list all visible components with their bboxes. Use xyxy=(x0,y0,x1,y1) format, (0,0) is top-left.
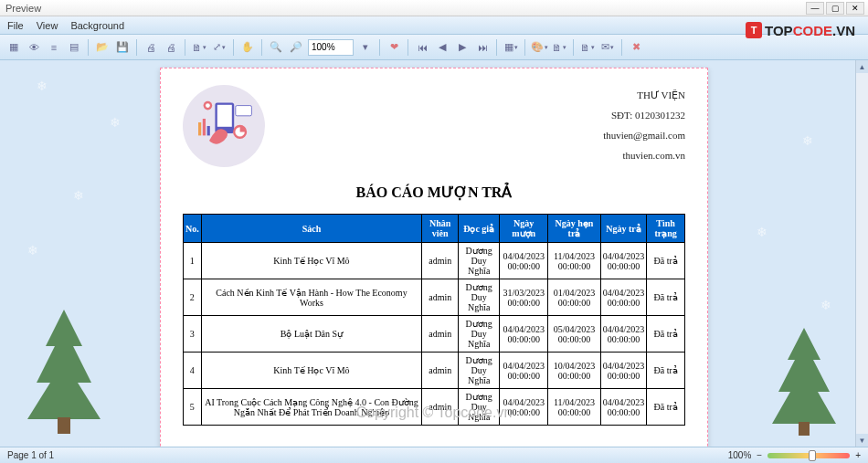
cell-reader: Dương DuyNghĩa xyxy=(459,279,500,316)
cell-due: 01/04/202300:00:00 xyxy=(548,279,600,316)
cell-return: 04/04/202300:00:00 xyxy=(600,243,647,279)
close-preview-icon[interactable]: ✖ xyxy=(628,39,644,56)
quick-print-icon[interactable]: 🖨 xyxy=(163,39,179,56)
minimize-button[interactable]: — xyxy=(806,2,824,15)
menu-background[interactable]: Background xyxy=(70,20,124,31)
vertical-scrollbar[interactable]: ▲ ▼ xyxy=(855,60,868,447)
cell-reader: Dương DuyNghĩa xyxy=(459,353,500,389)
last-page-icon[interactable]: ⏭ xyxy=(474,39,491,56)
export-doc-icon[interactable]: 🗎 xyxy=(579,39,596,56)
cell-borrow: 04/04/202300:00:00 xyxy=(500,316,548,353)
page-indicator: Page 1 of 1 xyxy=(7,450,54,460)
cell-borrow: 04/04/202300:00:00 xyxy=(500,243,548,279)
table-row: 1Kinh Tế Học Vĩ MôadminDương DuyNghĩa04/… xyxy=(184,243,685,279)
zoom-value: 100% xyxy=(728,450,752,460)
page-setup-icon[interactable]: 🗎 xyxy=(191,39,207,56)
color-icon[interactable]: 🎨 xyxy=(531,39,547,56)
zoom-thumb[interactable] xyxy=(809,450,816,461)
workspace: ❄ ❄ ❄ ❄ ❄ ❄ ❄ xyxy=(0,60,868,447)
thumbnails-icon[interactable]: ▤ xyxy=(66,39,82,56)
cell-due: 10/04/202300:00:00 xyxy=(548,353,600,389)
zoom-slider[interactable] xyxy=(767,453,850,458)
shield-icon: T xyxy=(746,22,762,38)
report-title: BÁO CÁO MƯỢN TRẢ xyxy=(183,184,685,201)
cell-return: 04/04/202300:00:00 xyxy=(600,279,647,316)
cell-status: Đã trả xyxy=(647,353,685,389)
col-staff: Nhân viên xyxy=(422,215,459,243)
statusbar: Page 1 of 1 100% − + xyxy=(0,447,868,463)
hand-tool-icon[interactable]: ✋ xyxy=(239,39,256,56)
cell-return: 04/04/202300:00:00 xyxy=(600,389,647,426)
zoom-dropdown-icon[interactable]: ▾ xyxy=(357,39,374,56)
col-borrow: Ngày mượn xyxy=(500,215,548,243)
zoom-input[interactable]: 100% xyxy=(308,39,354,56)
org-email: thuvien@gmail.com xyxy=(603,125,685,145)
cell-due: 05/04/202300:00:00 xyxy=(548,316,600,353)
report-logo xyxy=(183,85,265,167)
zoom-plus-icon[interactable]: + xyxy=(855,450,861,460)
svg-rect-3 xyxy=(217,105,232,127)
zoom-minus-icon[interactable]: − xyxy=(757,450,762,460)
svg-point-10 xyxy=(206,103,210,108)
cell-reader: Dương DuyNghĩa xyxy=(459,389,500,426)
multipage-icon[interactable]: ▦ xyxy=(503,39,519,56)
tree-left-icon xyxy=(9,300,119,437)
export-mail-icon[interactable]: ✉ xyxy=(599,39,616,56)
tree-right-icon xyxy=(758,319,850,437)
next-page-icon[interactable]: ▶ xyxy=(454,39,471,56)
org-website: thuvien.com.vn xyxy=(603,145,685,165)
col-return: Ngày trả xyxy=(600,215,647,243)
prev-page-icon[interactable]: ◀ xyxy=(434,39,450,56)
col-book: Sách xyxy=(201,215,421,243)
svg-rect-8 xyxy=(236,106,252,116)
cell-reader: Dương DuyNghĩa xyxy=(459,243,500,279)
menu-view[interactable]: View xyxy=(37,20,58,31)
table-row: 4Kinh Tế Học Vĩ MôadminDương DuyNghĩa04/… xyxy=(184,353,685,389)
save-icon[interactable]: 💾 xyxy=(114,39,131,56)
col-reader: Đọc giả xyxy=(459,215,500,243)
cell-book: Cách Nền Kinh Tế Vận Hành - How The Econ… xyxy=(201,279,421,316)
svg-rect-4 xyxy=(198,122,201,135)
cell-no: 1 xyxy=(184,243,202,279)
cell-reader: Dương DuyNghĩa xyxy=(459,316,500,353)
cell-book: Kinh Tế Học Vĩ Mô xyxy=(201,243,421,279)
cell-due: 11/04/202300:00:00 xyxy=(548,243,600,279)
cell-status: Đã trả xyxy=(647,243,685,279)
first-page-icon[interactable]: ⏮ xyxy=(414,39,430,56)
cell-book: AI Trong Cuộc Cách Mạng Công Nghệ 4.0 - … xyxy=(201,389,421,426)
watermark2-icon[interactable]: 🗎 xyxy=(551,39,567,56)
scroll-down-icon[interactable]: ▼ xyxy=(856,434,868,447)
org-phone: SĐT: 0120301232 xyxy=(603,105,685,125)
zoom-out-icon[interactable]: 🔍 xyxy=(268,39,284,56)
scroll-up-icon[interactable]: ▲ xyxy=(856,60,868,73)
col-due: Ngày hẹn trả xyxy=(548,215,600,243)
org-info: THƯ VIỆN SĐT: 0120301232 thuvien@gmail.c… xyxy=(603,85,685,165)
parameters-icon[interactable]: ≡ xyxy=(46,39,62,56)
cell-borrow: 04/04/202300:00:00 xyxy=(500,353,548,389)
cell-status: Đã trả xyxy=(647,279,685,316)
col-status: Tình trạng xyxy=(647,215,685,243)
table-row: 5AI Trong Cuộc Cách Mạng Công Nghệ 4.0 -… xyxy=(184,389,685,426)
cell-book: Bộ Luật Dân Sự xyxy=(201,316,421,353)
svg-rect-0 xyxy=(58,417,70,434)
print-icon[interactable]: 🖨 xyxy=(143,39,159,56)
table-header-row: No. Sách Nhân viên Đọc giả Ngày mượn Ngà… xyxy=(184,215,685,243)
doc-icon[interactable]: ▦ xyxy=(5,39,22,56)
find-icon[interactable]: 👁 xyxy=(26,39,42,56)
open-icon[interactable]: 📂 xyxy=(94,39,111,56)
watermark-icon[interactable]: ❤ xyxy=(386,39,402,56)
zoom-in-icon[interactable]: 🔎 xyxy=(288,39,304,56)
org-name: THƯ VIỆN xyxy=(603,85,685,105)
svg-rect-6 xyxy=(207,126,210,135)
maximize-button[interactable]: ▢ xyxy=(826,2,844,15)
cell-staff: admin xyxy=(422,243,459,279)
scale-icon[interactable]: ⤢ xyxy=(211,39,228,56)
col-no: No. xyxy=(184,215,202,243)
cell-staff: admin xyxy=(422,353,459,389)
cell-no: 5 xyxy=(184,389,202,426)
close-button[interactable]: ✕ xyxy=(846,2,864,15)
cell-staff: admin xyxy=(422,279,459,316)
report-page: THƯ VIỆN SĐT: 0120301232 thuvien@gmail.c… xyxy=(160,68,708,447)
menu-file[interactable]: File xyxy=(7,20,24,31)
cell-staff: admin xyxy=(422,389,459,426)
